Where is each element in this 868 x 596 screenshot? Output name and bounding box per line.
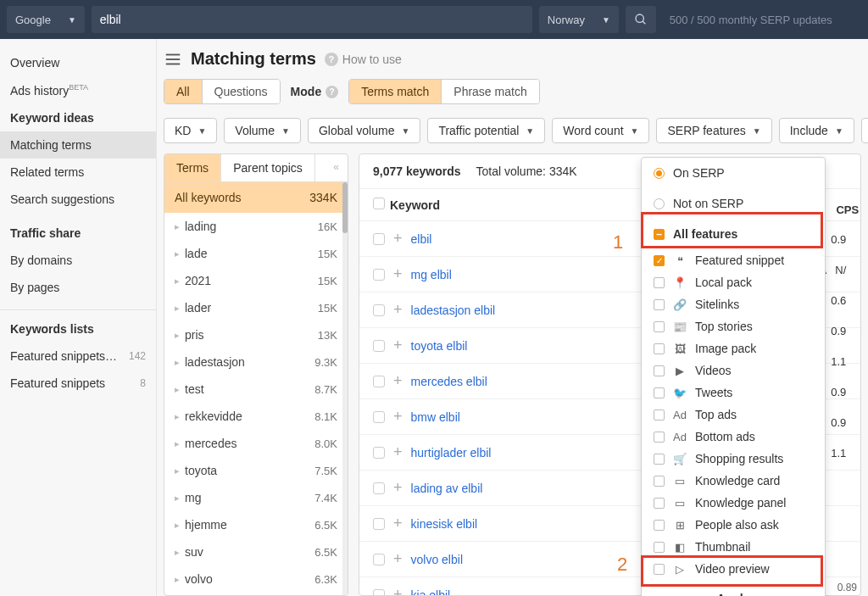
- query-input[interactable]: [92, 6, 532, 33]
- term-row[interactable]: ▸202115K: [164, 267, 348, 294]
- row-checkbox[interactable]: [373, 554, 385, 565]
- feature-top-stories[interactable]: 📰Top stories: [642, 315, 825, 337]
- keyword-link[interactable]: volvo elbil: [411, 553, 463, 566]
- collapse-icon[interactable]: «: [325, 154, 348, 181]
- sidebar-list-item[interactable]: Featured snippets… 142: [0, 343, 156, 370]
- scrollbar-thumb[interactable]: [342, 182, 348, 233]
- term-row[interactable]: ▸rekkevidde8.1K: [164, 403, 348, 430]
- sidebar-list-item[interactable]: Featured snippets 8: [0, 370, 156, 397]
- tab-phrase-match[interactable]: Phrase match: [442, 80, 538, 103]
- term-row[interactable]: ▸toyota7.5K: [164, 457, 348, 484]
- row-checkbox[interactable]: [373, 269, 385, 281]
- filter-include[interactable]: Include▼: [779, 118, 854, 143]
- feature-shopping-results[interactable]: 🛒Shopping results: [642, 448, 825, 470]
- feature-thumbnail[interactable]: ◧Thumbnail: [642, 536, 825, 558]
- row-checkbox[interactable]: [373, 589, 385, 597]
- feature-image-pack[interactable]: 🖼Image pack: [642, 337, 825, 359]
- sidebar-by-pages[interactable]: By pages: [0, 274, 156, 301]
- scrollbar[interactable]: [342, 182, 348, 595]
- search-button[interactable]: [626, 6, 656, 33]
- term-row[interactable]: ▸ladestasjon9.3K: [164, 348, 348, 376]
- filter-traffic-potential[interactable]: Traffic potential▼: [427, 118, 545, 143]
- term-row[interactable]: ▸lading16K: [164, 213, 348, 240]
- row-checkbox[interactable]: [373, 482, 385, 494]
- feature-tweets[interactable]: 🐦Tweets: [642, 382, 825, 404]
- term-row[interactable]: ▸mercedes8.0K: [164, 430, 348, 457]
- sidebar-ads-history[interactable]: Ads historyBETA: [0, 76, 156, 104]
- feature-people-also-ask[interactable]: ⊞People also ask: [642, 514, 825, 536]
- sidebar-search-suggestions[interactable]: Search suggestions: [0, 186, 156, 213]
- tab-terms[interactable]: Terms: [164, 154, 221, 181]
- keyword-link[interactable]: kinesisk elbil: [411, 517, 478, 531]
- add-icon[interactable]: +: [393, 408, 403, 426]
- col-keyword[interactable]: Keyword: [390, 198, 440, 212]
- filter-volume[interactable]: Volume▼: [224, 118, 301, 143]
- term-row[interactable]: ▸lade15K: [164, 240, 348, 267]
- keyword-link[interactable]: hurtiglader elbil: [411, 446, 492, 460]
- keyword-link[interactable]: elbil: [411, 232, 432, 246]
- all-features-row[interactable]: – All features: [642, 219, 825, 249]
- add-icon[interactable]: +: [393, 479, 403, 497]
- add-icon[interactable]: +: [393, 301, 403, 319]
- sidebar-matching-terms[interactable]: Matching terms: [0, 131, 156, 159]
- tab-all[interactable]: All: [164, 80, 203, 103]
- filter-global-volume[interactable]: Global volume▼: [308, 118, 420, 143]
- feature-sitelinks[interactable]: 🔗Sitelinks: [642, 293, 825, 315]
- term-row[interactable]: ▸suv6.5K: [164, 538, 348, 565]
- row-checkbox[interactable]: [373, 340, 385, 352]
- sidebar-by-domains[interactable]: By domains: [0, 247, 156, 274]
- menu-icon[interactable]: [164, 50, 182, 69]
- add-icon[interactable]: +: [393, 372, 403, 390]
- sidebar-overview[interactable]: Overview: [0, 49, 156, 76]
- feature-top-ads[interactable]: AdTop ads: [642, 404, 825, 426]
- term-row[interactable]: ▸test8.7K: [164, 376, 348, 403]
- term-row[interactable]: ▸mg7.4K: [164, 484, 348, 511]
- add-icon[interactable]: +: [393, 337, 403, 354]
- keyword-link[interactable]: kia elbil: [411, 588, 451, 597]
- all-keywords-row[interactable]: All keywords 334K: [164, 182, 348, 213]
- keyword-link[interactable]: toyota elbil: [411, 339, 468, 353]
- add-icon[interactable]: +: [393, 443, 403, 461]
- feature-knowledge-panel[interactable]: ▭Knowledge panel: [642, 492, 825, 514]
- filter-exclu[interactable]: Exclu: [861, 118, 868, 143]
- radio-not-on-serp[interactable]: Not on SERP: [642, 188, 825, 219]
- select-all-checkbox[interactable]: [373, 198, 390, 212]
- feature-featured-snippet[interactable]: ✓❝Featured snippet: [642, 249, 825, 271]
- term-row[interactable]: ▸pris13K: [164, 321, 348, 348]
- feature-local-pack[interactable]: 📍Local pack: [642, 271, 825, 293]
- keyword-link[interactable]: mercedes elbil: [411, 375, 487, 388]
- sidebar-related-terms[interactable]: Related terms: [0, 159, 156, 186]
- row-checkbox[interactable]: [373, 376, 385, 387]
- term-row[interactable]: ▸lader15K: [164, 294, 348, 321]
- feature-videos[interactable]: ▶Videos: [642, 359, 825, 382]
- keyword-link[interactable]: ladestasjon elbil: [411, 304, 496, 317]
- term-row[interactable]: ▸volvo6.3K: [164, 565, 348, 593]
- keyword-link[interactable]: mg elbil: [411, 268, 452, 281]
- apply-button[interactable]: Apply: [642, 583, 825, 596]
- filter-serp-features[interactable]: SERP features▼: [656, 118, 771, 143]
- term-row[interactable]: ▸bmw6.2K: [164, 593, 348, 595]
- keyword-link[interactable]: bmw elbil: [411, 410, 460, 424]
- tab-parent-topics[interactable]: Parent topics: [221, 154, 315, 181]
- how-to-use-link[interactable]: ? How to use: [325, 53, 402, 66]
- row-checkbox[interactable]: [373, 518, 385, 530]
- feature-knowledge-card[interactable]: ▭Knowledge card: [642, 470, 825, 492]
- row-checkbox[interactable]: [373, 447, 385, 459]
- tab-terms-match[interactable]: Terms match: [349, 80, 442, 103]
- keyword-link[interactable]: lading av elbil: [411, 482, 483, 495]
- filter-word-count[interactable]: Word count▼: [552, 118, 649, 143]
- term-row[interactable]: ▸hjemme6.5K: [164, 511, 348, 538]
- row-checkbox[interactable]: [373, 411, 385, 423]
- add-icon[interactable]: +: [393, 515, 403, 532]
- feature-video-preview[interactable]: ▷Video preview: [642, 558, 825, 580]
- row-checkbox[interactable]: [373, 233, 385, 245]
- add-icon[interactable]: +: [393, 550, 403, 568]
- add-icon[interactable]: +: [393, 230, 403, 248]
- radio-on-serp[interactable]: On SERP: [642, 158, 825, 188]
- feature-bottom-ads[interactable]: AdBottom ads: [642, 426, 825, 448]
- add-icon[interactable]: +: [393, 586, 403, 596]
- add-icon[interactable]: +: [393, 265, 403, 283]
- row-checkbox[interactable]: [373, 304, 385, 316]
- search-engine-select[interactable]: Google ▼: [7, 6, 85, 33]
- country-select[interactable]: Norway ▼: [539, 6, 619, 33]
